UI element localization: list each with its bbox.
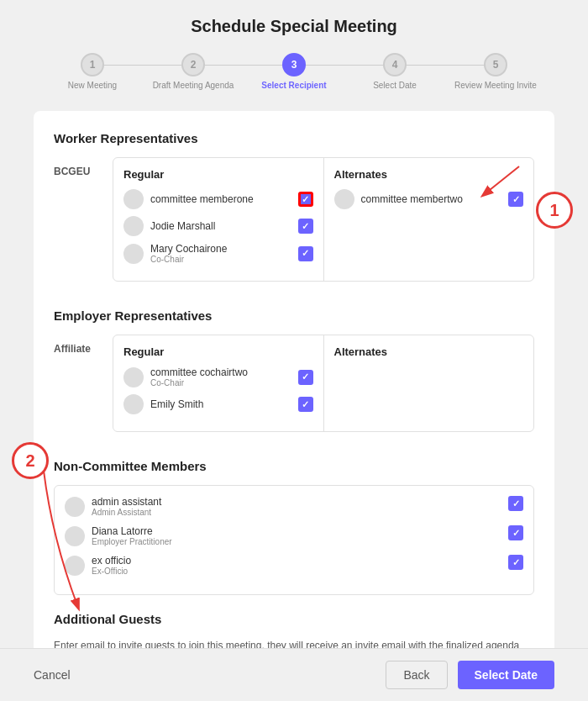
step-3: 3 Select Recipient — [244, 53, 344, 91]
member-name: admin assistant — [92, 496, 161, 508]
employer-regular-header: Regular — [123, 345, 313, 358]
avatar — [123, 394, 144, 414]
page-title: Schedule Special Meeting — [0, 17, 588, 36]
checkbox-highlighted[interactable] — [298, 192, 313, 207]
non-committee-box: admin assistant Admin Assistant Diana La… — [54, 485, 534, 595]
table-row: committee cochairtwo Co-Chair — [123, 366, 313, 387]
worker-reps-row: BCGEU Regular committee memberone — [54, 157, 534, 282]
annotation-arrow-1 — [477, 158, 553, 204]
checkbox[interactable] — [298, 370, 313, 385]
checkbox[interactable] — [508, 525, 523, 540]
table-row: Mary Cochairone Co-Chair — [123, 243, 313, 264]
step-4: 4 Select Date — [344, 53, 445, 91]
member-role: Ex-Officio — [92, 567, 131, 576]
checkbox[interactable] — [298, 397, 313, 412]
back-button[interactable]: Back — [386, 661, 447, 689]
table-row: admin assistant Admin Assistant — [65, 496, 523, 517]
member-name: committee membertwo — [361, 193, 463, 205]
member-name: Diana Latorre — [92, 525, 172, 537]
step-label-3: Select Recipient — [261, 80, 326, 91]
checkbox[interactable] — [508, 555, 523, 570]
checkbox[interactable] — [508, 496, 523, 511]
avatar — [334, 189, 354, 209]
step-circle-2: 2 — [181, 53, 205, 76]
checkbox[interactable] — [298, 219, 313, 234]
member-role: Co-Chair — [150, 255, 227, 264]
employer-reps-title: Employer Representatives — [54, 308, 534, 323]
employer-reps-row: Affiliate Regular committee cochairtwo — [54, 335, 534, 432]
non-committee-title: Non-Committee Members — [54, 459, 534, 473]
step-1: 1 New Meeting — [42, 53, 143, 91]
employer-label: Affiliate — [54, 335, 113, 355]
step-label-4: Select Date — [373, 80, 417, 91]
step-2: 2 Draft Meeting Agenda — [143, 53, 244, 91]
step-circle-3: 3 — [282, 53, 306, 76]
worker-reps-table: BCGEU Regular committee memberone — [54, 157, 534, 288]
member-name: committee cochairtwo — [150, 366, 248, 378]
worker-rep-columns: Regular committee memberone — [113, 158, 533, 281]
member-name: Jodie Marshall — [150, 220, 215, 232]
worker-regular-col: Regular committee memberone — [113, 158, 324, 281]
worker-regular-header: Regular — [123, 168, 313, 181]
worker-label: BCGEU — [54, 157, 113, 177]
footer: Cancel Back Select Date — [0, 648, 588, 701]
employer-rep-columns: Regular committee cochairtwo Co-Chair — [113, 335, 533, 431]
worker-rep-box: Regular committee memberone — [113, 157, 534, 282]
table-row: Jodie Marshall — [123, 216, 313, 236]
step-circle-4: 4 — [383, 53, 407, 76]
avatar — [123, 189, 144, 209]
step-label-1: New Meeting — [68, 80, 117, 91]
table-row: Emily Smith — [123, 394, 313, 414]
worker-reps-title: Worker Representatives — [54, 131, 534, 145]
guests-title: Additional Guests — [54, 612, 534, 626]
employer-alternates-header: Alternates — [334, 345, 524, 358]
member-name: Mary Cochairone — [150, 243, 227, 255]
step-label-5: Review Meeting Invite — [454, 80, 537, 91]
avatar — [123, 244, 144, 264]
cancel-button[interactable]: Cancel — [34, 668, 71, 682]
footer-right: Back Select Date — [386, 661, 554, 689]
member-role: Co-Chair — [150, 378, 248, 387]
main-card: Worker Representatives BCGEU Regular — [34, 111, 554, 701]
stepper: 1 New Meeting 2 Draft Meeting Agenda 3 S… — [0, 53, 588, 91]
employer-regular-col: Regular committee cochairtwo Co-Chair — [113, 335, 324, 431]
member-role: Admin Assistant — [92, 508, 161, 517]
step-5: 5 Review Meeting Invite — [445, 53, 546, 91]
step-label-2: Draft Meeting Agenda — [153, 80, 234, 91]
member-name: Emily Smith — [150, 398, 203, 410]
member-name: ex officio — [92, 555, 131, 567]
checkbox[interactable] — [298, 246, 313, 261]
avatar — [123, 367, 144, 387]
step-circle-1: 1 — [81, 53, 104, 76]
employer-rep-box: Regular committee cochairtwo Co-Chair — [113, 335, 534, 432]
table-row: committee memberone — [123, 189, 313, 209]
svg-line-1 — [486, 166, 519, 193]
table-row: Diana Latorre Employer Practitioner — [65, 525, 523, 546]
avatar — [123, 216, 144, 236]
table-row: ex officio Ex-Officio — [65, 555, 523, 576]
member-name: committee memberone — [150, 193, 254, 205]
select-date-button[interactable]: Select Date — [458, 661, 554, 689]
employer-reps-table: Affiliate Regular committee cochairtwo — [54, 335, 534, 439]
annotation-arrow-2 — [27, 471, 94, 622]
member-role: Employer Practitioner — [92, 537, 172, 546]
employer-alternates-col: Alternates — [324, 335, 534, 431]
step-circle-5: 5 — [484, 53, 507, 76]
